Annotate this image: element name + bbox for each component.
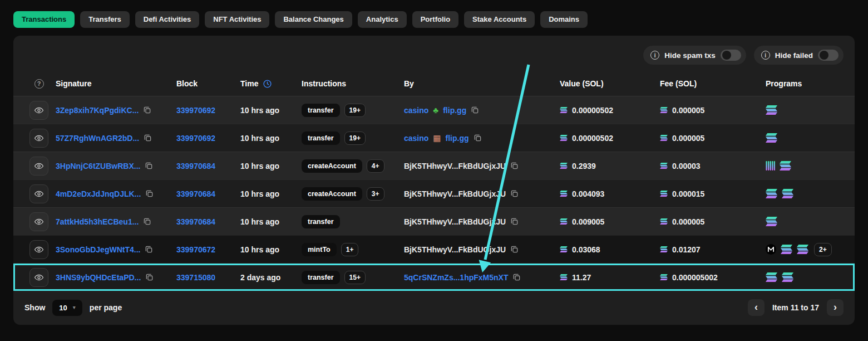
next-page-button[interactable]: ›	[827, 299, 844, 316]
solana-icon[interactable]	[766, 189, 777, 198]
block-link[interactable]: 339970692	[176, 106, 215, 115]
copy-icon	[145, 189, 154, 198]
page-size-select[interactable]: 10 ▾	[52, 300, 82, 316]
table-row: 3HNS9ybQHDcEtaPD... 339715080 2 days ago…	[13, 263, 855, 291]
view-transaction-button[interactable]	[29, 157, 48, 176]
solana-icon	[560, 191, 568, 197]
signature-link[interactable]: 3HpNnjC6tZUBwRBX...	[56, 162, 140, 170]
instruction-badge: transfer	[302, 104, 340, 117]
value-sol: 0.2939	[572, 162, 596, 170]
copy-address-button[interactable]	[510, 245, 519, 254]
solana-icon[interactable]	[766, 272, 777, 282]
copy-icon	[144, 134, 152, 142]
fee-sol: 0.000005	[672, 106, 704, 115]
copy-signature-button[interactable]	[144, 134, 152, 142]
signature-link[interactable]: 3Zep8xih7KqPgdiKC...	[56, 106, 139, 115]
tab-nft-activities[interactable]: NFT Activities	[205, 11, 269, 28]
view-transaction-button[interactable]	[29, 184, 48, 203]
signature-link[interactable]: 3SonoGbDJegWNtT4...	[56, 245, 140, 254]
info-icon: i	[761, 51, 770, 60]
copy-signature-button[interactable]	[143, 106, 151, 114]
copy-signature-button[interactable]	[145, 245, 153, 254]
value-sol: 0.004093	[572, 189, 604, 198]
solana-icon[interactable]	[782, 272, 793, 282]
solana-icon[interactable]	[766, 217, 777, 226]
eye-icon	[34, 245, 44, 255]
block-link[interactable]: 339970684	[176, 162, 215, 170]
value-sol: 11.27	[572, 273, 591, 282]
eye-icon	[34, 161, 44, 171]
solana-icon[interactable]	[766, 133, 777, 143]
metaplex-program-icon[interactable]	[766, 244, 776, 255]
by-address-link[interactable]: casino	[404, 134, 428, 143]
value-sol: 0.00000502	[572, 134, 613, 143]
view-transaction-button[interactable]	[29, 101, 48, 120]
vertical-bars-program-icon[interactable]	[766, 161, 775, 170]
signature-link[interactable]: 4mD2eDxJdJnqDJLK...	[56, 189, 141, 198]
prev-page-button[interactable]: ‹	[748, 299, 765, 316]
help-icon[interactable]: ?	[34, 79, 44, 89]
solana-icon[interactable]	[781, 245, 792, 254]
copy-signature-button[interactable]	[145, 273, 154, 281]
view-transaction-button[interactable]	[29, 268, 48, 287]
view-transaction-button[interactable]	[29, 212, 48, 231]
eye-icon	[34, 189, 44, 199]
block-link[interactable]: 339715080	[176, 273, 215, 282]
signature-link[interactable]: 3HNS9ybQHDcEtaPD...	[56, 273, 141, 282]
block-link[interactable]: 339970684	[176, 189, 215, 198]
copy-address-button[interactable]	[510, 162, 519, 170]
solana-icon[interactable]	[766, 105, 777, 115]
tab-defi-activities[interactable]: Defi Activities	[135, 11, 200, 28]
block-link[interactable]: 339970672	[176, 245, 215, 254]
copy-address-button[interactable]	[510, 217, 519, 226]
hide-failed-filter: i Hide failed	[754, 46, 844, 65]
by-address-link[interactable]: flip.gg	[446, 134, 469, 143]
view-transaction-button[interactable]	[29, 129, 48, 148]
copy-signature-button[interactable]	[145, 162, 153, 170]
copy-signature-button[interactable]	[145, 189, 154, 198]
solana-icon[interactable]	[780, 161, 791, 170]
solana-icon[interactable]	[797, 245, 808, 254]
solana-icon	[660, 274, 668, 280]
solana-icon	[560, 163, 568, 169]
tab-domains[interactable]: Domains	[540, 11, 588, 28]
toggle-knob	[722, 51, 731, 60]
copy-signature-button[interactable]	[143, 217, 151, 226]
filters-bar: i Hide spam txs i Hide failed	[13, 36, 855, 71]
col-programs: Programs	[766, 79, 855, 88]
copy-icon	[510, 245, 519, 254]
view-transaction-button[interactable]	[29, 240, 48, 259]
instruction-badge: mintTo	[302, 243, 337, 256]
tab-stake-accounts[interactable]: Stake Accounts	[464, 11, 535, 28]
solana-icon[interactable]	[782, 189, 793, 198]
hide-failed-toggle[interactable]	[818, 50, 839, 61]
table-row: 3Zep8xih7KqPgdiKC... 339970692 10 hrs ag…	[13, 96, 855, 124]
tab-analytics[interactable]: Analytics	[358, 11, 407, 28]
by-address-link[interactable]: flip.gg	[443, 106, 466, 115]
copy-address-button[interactable]	[512, 273, 521, 281]
by-address-link[interactable]: 5qCrSNZmZs...1hpFxM5nXT	[404, 273, 508, 282]
instruction-badge: createAccount	[302, 187, 362, 201]
signature-link[interactable]: 57Z7RghWnAGR2bD...	[56, 134, 139, 143]
solana-icon	[560, 274, 568, 280]
block-link[interactable]: 339970684	[176, 217, 215, 226]
copy-icon	[471, 106, 479, 114]
hide-failed-label: Hide failed	[775, 51, 813, 60]
tab-transactions[interactable]: Transactions	[13, 11, 75, 28]
hide-spam-toggle[interactable]	[721, 50, 741, 61]
time-value: 10 hrs ago	[240, 245, 279, 254]
signature-link[interactable]: 7attkHd5h3hECBeu1...	[56, 217, 139, 226]
copy-icon	[510, 162, 519, 170]
tab-portfolio[interactable]: Portfolio	[412, 11, 458, 28]
by-address: BjK5THhwyV...FkBdUGjxJU	[404, 217, 506, 226]
toggle-knob	[820, 51, 828, 60]
tab-balance-changes[interactable]: Balance Changes	[275, 11, 352, 28]
copy-address-button[interactable]	[474, 134, 482, 142]
copy-address-button[interactable]	[471, 106, 479, 114]
block-link[interactable]: 339970692	[176, 134, 215, 143]
by-address-link[interactable]: casino	[404, 106, 428, 115]
copy-address-button[interactable]	[510, 189, 519, 198]
clock-icon[interactable]	[263, 79, 272, 89]
eye-icon	[34, 105, 44, 115]
tab-transfers[interactable]: Transfers	[80, 11, 130, 28]
